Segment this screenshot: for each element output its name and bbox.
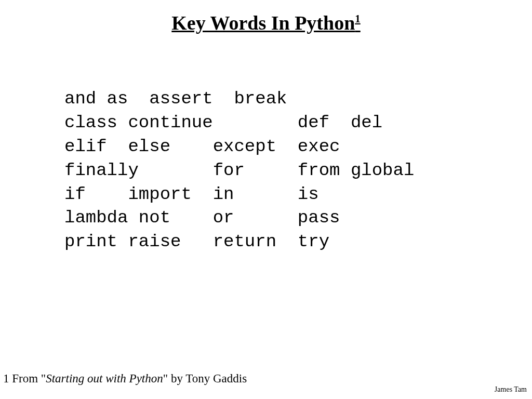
slide: Key Words In Python1 and as assert break… — [0, 0, 532, 399]
keywords-block: and as assert break class continue def d… — [64, 87, 414, 254]
author-label: James Tam — [495, 385, 527, 394]
title-text: Key Words In Python — [171, 12, 355, 34]
footnote-italic: Starting out with Python — [46, 372, 163, 385]
footnote-prefix: 1 From " — [3, 372, 46, 385]
footnote: 1 From "Starting out with Python" by Ton… — [3, 372, 247, 385]
footnote-suffix: " by Tony Gaddis — [163, 372, 247, 385]
title-superscript: 1 — [355, 12, 360, 25]
slide-title: Key Words In Python1 — [0, 11, 532, 34]
